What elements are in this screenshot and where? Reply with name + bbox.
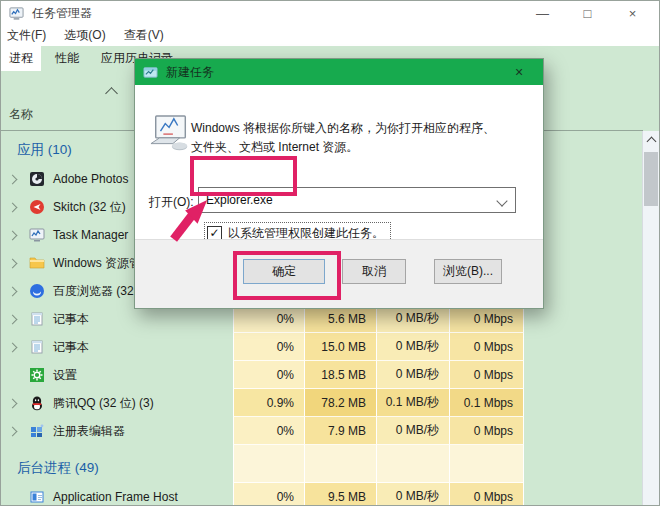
tab-processes[interactable]: 进程 xyxy=(1,46,41,71)
expand-chevron-icon[interactable] xyxy=(8,286,18,296)
table-row[interactable]: 注册表编辑器 0% 7.9 MB 0 MB/秒 0 Mbps xyxy=(1,417,643,445)
run-program-icon xyxy=(150,115,192,151)
group-label: 后台进程 (49) xyxy=(9,459,99,483)
dialog-description: Windows 将根据你所键入的名称，为你打开相应的程序、 文件夹、文档或 In… xyxy=(191,119,495,157)
process-name: Adobe Photos xyxy=(53,172,128,186)
adobe-icon xyxy=(29,171,45,187)
dialog-close-button[interactable]: × xyxy=(503,59,535,85)
table-row[interactable]: 记事本 0% 5.6 MB 0 MB/秒 0 Mbps xyxy=(1,305,643,333)
vertical-scrollbar[interactable] xyxy=(642,131,659,505)
table-row[interactable]: Application Frame Host 0% 9.5 MB 0 MB/秒 … xyxy=(1,483,643,505)
network-cell: 0 Mbps xyxy=(449,361,524,389)
process-name: Skitch (32 位) xyxy=(53,199,126,216)
memory-cell: 5.6 MB xyxy=(304,305,376,333)
cpu-cell: 0% xyxy=(233,483,304,505)
window-titlebar: 任务管理器 — □ × xyxy=(1,1,659,25)
expand-chevron-icon[interactable] xyxy=(8,230,18,240)
memory-cell: 15.0 MB xyxy=(304,333,376,361)
menu-file[interactable]: 文件(F) xyxy=(7,27,46,44)
maximize-button[interactable]: □ xyxy=(565,1,610,25)
dialog-title: 新建任务 xyxy=(166,64,214,81)
memory-cell: 78.2 MB xyxy=(304,389,376,417)
notepad-icon xyxy=(29,311,45,327)
dialog-titlebar: 新建任务 × xyxy=(135,59,543,85)
dialog-description-line2: 文件夹、文档或 Internet 资源。 xyxy=(191,138,495,157)
memory-cell: 18.5 MB xyxy=(304,361,376,389)
process-name: 腾讯QQ (32 位) (3) xyxy=(53,395,154,412)
group-header-row[interactable]: 后台进程 (49) xyxy=(1,445,643,483)
app-frame-host-icon xyxy=(29,489,45,505)
cancel-button[interactable]: 取消 xyxy=(342,259,406,284)
network-cell: 0 Mbps xyxy=(449,305,524,333)
expand-chevron-icon[interactable] xyxy=(8,342,18,352)
chevron-down-icon[interactable] xyxy=(496,195,507,206)
table-row[interactable]: 腾讯QQ (32 位) (3) 0.9% 78.2 MB 0.1 MB/秒 0.… xyxy=(1,389,643,417)
menu-bar: 文件(F) 选项(O) 查看(V) xyxy=(1,25,659,46)
highlight-ok-button-annotation xyxy=(233,251,341,300)
minimize-button[interactable]: — xyxy=(520,1,565,25)
process-name: 设置 xyxy=(53,367,77,384)
window-controls: — □ × xyxy=(520,1,655,25)
network-cell: 0 Mbps xyxy=(449,417,524,445)
scrollbar-thumb[interactable] xyxy=(644,152,658,206)
cpu-cell: 0.9% xyxy=(233,389,304,417)
menu-options[interactable]: 选项(O) xyxy=(64,27,105,44)
dialog-description-line1: Windows 将根据你所键入的名称，为你打开相应的程序、 xyxy=(191,119,495,138)
window-title: 任务管理器 xyxy=(32,5,92,22)
baidu-icon xyxy=(29,283,45,299)
notepad-icon xyxy=(29,339,45,355)
disk-cell: 0 MB/秒 xyxy=(376,333,449,361)
group-label: 应用 (10) xyxy=(9,141,72,165)
cpu-cell: 0% xyxy=(233,333,304,361)
expand-chevron-icon[interactable] xyxy=(8,258,18,268)
disk-cell: 0 MB/秒 xyxy=(376,305,449,333)
network-cell: 0 Mbps xyxy=(449,483,524,505)
menu-view[interactable]: 查看(V) xyxy=(124,27,164,44)
disk-cell: 0 MB/秒 xyxy=(376,483,449,505)
process-name: 注册表编辑器 xyxy=(53,423,125,440)
cpu-cell: 0% xyxy=(233,417,304,445)
network-cell: 0.1 Mbps xyxy=(449,389,524,417)
sort-ascending-icon xyxy=(105,87,118,100)
chevron-up-icon xyxy=(646,137,656,147)
expand-chevron-icon[interactable] xyxy=(8,174,18,184)
disk-cell: 0 MB/秒 xyxy=(376,417,449,445)
cpu-cell: 0% xyxy=(233,305,304,333)
disk-cell: 0 MB/秒 xyxy=(376,361,449,389)
explorer-icon xyxy=(29,255,45,271)
task-manager-window: 任务管理器 — □ × 文件(F) 选项(O) 查看(V) 进程 性能 应用历史… xyxy=(0,0,660,506)
disk-cell: 0.1 MB/秒 xyxy=(376,389,449,417)
expand-chevron-icon[interactable] xyxy=(8,426,18,436)
skitch-icon xyxy=(29,199,45,215)
browse-button[interactable]: 浏览(B)... xyxy=(434,259,502,284)
name-column-label: 名称 xyxy=(9,106,33,123)
expand-chevron-icon[interactable] xyxy=(8,398,18,408)
scroll-up-button[interactable] xyxy=(643,131,659,149)
process-name: Application Frame Host xyxy=(53,490,178,504)
tab-performance[interactable]: 性能 xyxy=(47,46,87,71)
regedit-icon xyxy=(29,423,45,439)
network-cell: 0 Mbps xyxy=(449,333,524,361)
cpu-cell: 0% xyxy=(233,361,304,389)
expand-chevron-icon[interactable] xyxy=(8,314,18,324)
memory-cell: 9.5 MB xyxy=(304,483,376,505)
new-task-dialog-icon xyxy=(143,65,158,80)
close-button[interactable]: × xyxy=(610,1,655,25)
task-manager-icon xyxy=(29,227,45,243)
task-manager-app-icon xyxy=(9,6,24,21)
settings-icon xyxy=(29,367,45,383)
qq-icon xyxy=(29,395,45,411)
process-name: 记事本 xyxy=(53,311,89,328)
expand-chevron-icon[interactable] xyxy=(8,202,18,212)
annotation-arrow-icon xyxy=(164,197,212,243)
table-row[interactable]: 记事本 0% 15.0 MB 0 MB/秒 0 Mbps xyxy=(1,333,643,361)
highlight-open-input-annotation xyxy=(190,156,297,196)
table-row[interactable]: 设置 0% 18.5 MB 0 MB/秒 0 Mbps xyxy=(1,361,643,389)
memory-cell: 7.9 MB xyxy=(304,417,376,445)
process-name: Task Manager xyxy=(53,228,128,242)
process-name: 记事本 xyxy=(53,339,89,356)
